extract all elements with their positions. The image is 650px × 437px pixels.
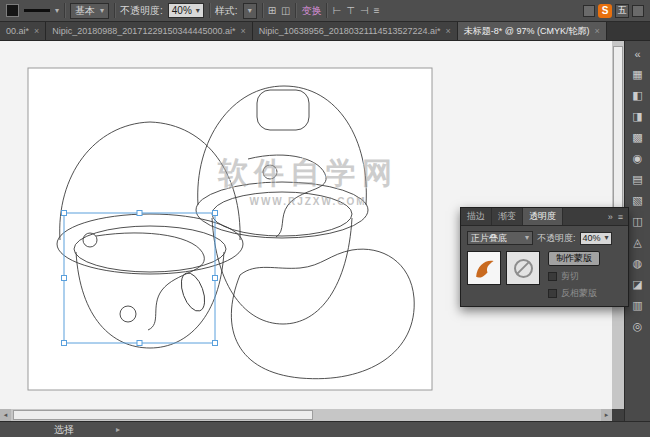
style-label: 样式: (215, 4, 238, 18)
stroke-weight-chevron-icon[interactable]: ▾ (55, 7, 59, 15)
layers-panel-icon[interactable]: ◪ (626, 274, 650, 295)
align-center-icon[interactable]: ⊤ (346, 5, 355, 16)
panel-opacity-value: 40% (583, 233, 601, 243)
close-tab-icon[interactable]: × (240, 26, 245, 36)
gradient-panel-icon[interactable]: ◨ (626, 106, 650, 127)
invert-mask-checkbox[interactable] (548, 289, 557, 298)
divider (209, 3, 210, 18)
invert-mask-checkbox-row[interactable]: 反相蒙版 (548, 287, 600, 300)
document-tab[interactable]: Nipic_20180988_20171229150344445000.ai* … (46, 22, 252, 40)
chevron-down-icon: ▾ (100, 7, 104, 15)
appearance-panel-icon[interactable]: ◉ (626, 148, 650, 169)
style-dropdown[interactable]: ▾ (243, 3, 257, 19)
no-mask-icon (514, 259, 533, 278)
chevron-down-icon: ▾ (196, 7, 200, 15)
close-tab-icon[interactable]: × (595, 26, 600, 36)
tab-label: Nipic_10638956_20180321114513527224.ai* (259, 26, 441, 36)
blend-mode-value: 正片叠底 (471, 232, 507, 245)
blend-mode-dropdown[interactable]: 正片叠底 ▾ (467, 231, 533, 245)
tab-stroke[interactable]: 描边 (461, 208, 492, 225)
invert-mask-label: 反相蒙版 (561, 287, 597, 300)
horizontal-scrollbar-thumb[interactable] (13, 410, 313, 420)
divider (262, 3, 263, 18)
divider (295, 3, 296, 18)
artboards-panel-icon[interactable]: ▤ (626, 169, 650, 190)
tab-label: 00.ai* (6, 26, 29, 36)
close-tab-icon[interactable]: × (446, 26, 451, 36)
brushes-panel-icon[interactable]: ◬ (626, 232, 650, 253)
scroll-left-icon[interactable]: ◂ (0, 409, 11, 421)
align-right-icon[interactable]: ⊣ (360, 5, 369, 16)
transparency-panel-body: 正片叠底 ▾ 不透明度: 40% ▾ (461, 226, 628, 306)
tab-gradient[interactable]: 渐变 (492, 208, 523, 225)
panel-menu-icon[interactable]: ≡ (618, 212, 623, 222)
make-mask-button[interactable]: 制作蒙版 (548, 251, 600, 266)
ime-toolbar-icon[interactable] (583, 5, 595, 17)
scroll-right-icon[interactable]: ▸ (601, 409, 612, 421)
mask-thumbnail[interactable] (506, 251, 540, 285)
graphic-styles-panel-icon[interactable]: ▧ (626, 190, 650, 211)
document-tab-active[interactable]: 未标题-8* @ 97% (CMYK/轮廓) × (458, 22, 607, 40)
illustrator-window: ▾ 基本 ▾ 不透明度: 40% ▾ 样式: ▾ ⊞ ◫ 变换 ⊢ ⊤ ⊣ ≡ … (0, 0, 650, 437)
close-tab-icon[interactable]: × (34, 26, 39, 36)
panel-tab-icons: » ≡ (603, 208, 628, 225)
panel-opacity-field[interactable]: 40% ▾ (580, 232, 612, 245)
links-panel-icon[interactable]: ▥ (626, 295, 650, 316)
document-tab[interactable]: Nipic_10638956_20180321114513527224.ai* … (253, 22, 458, 40)
recolor-artwork-icon[interactable]: ⊞ (268, 5, 276, 16)
current-tool-label: 选择 (54, 423, 74, 437)
symbols-panel-icon[interactable]: ◍ (626, 253, 650, 274)
object-thumbnail-art (470, 254, 498, 282)
stroke-color-swatch[interactable] (6, 4, 19, 17)
document-setup-icon[interactable]: ◫ (281, 5, 290, 16)
opacity-label: 不透明度: (120, 4, 163, 18)
clip-label: 剪切 (561, 270, 579, 283)
expand-panels-icon[interactable]: « (626, 43, 650, 64)
chevron-down-icon: ▾ (525, 234, 529, 242)
navigator-panel-icon[interactable]: ◎ (626, 316, 650, 337)
stroke-weight-preview[interactable] (24, 9, 50, 12)
opacity-field[interactable]: 40% ▾ (168, 3, 204, 18)
menu-icon[interactable]: ≡ (374, 5, 380, 16)
panel-opacity-label: 不透明度: (537, 232, 576, 245)
transparency-panel-icon[interactable]: ▩ (626, 127, 650, 148)
color-guide-panel-icon[interactable]: ◧ (626, 85, 650, 106)
transform-link[interactable]: 变换 (301, 4, 321, 18)
status-options-chevron-icon[interactable]: ▸ (116, 425, 120, 434)
workspace: 软件自学网 WWW.RJZXW.COM ◂ ▸ « ▦ ◧ ◨ ▩ ◉ ▤ ▧ … (0, 41, 650, 437)
divider (114, 3, 115, 18)
ime-indicator: S 五 (583, 4, 644, 18)
ime-settings-icon[interactable] (632, 5, 644, 17)
document-tab[interactable]: 00.ai* × (0, 22, 46, 40)
brush-definition-dropdown[interactable]: 基本 ▾ (70, 3, 109, 19)
clip-checkbox-row[interactable]: 剪切 (548, 270, 600, 283)
divider (64, 3, 65, 18)
object-thumbnail[interactable] (467, 251, 501, 285)
tab-label: Nipic_20180988_20171229150344445000.ai* (52, 26, 235, 36)
swatches-panel-icon[interactable]: ◫ (626, 211, 650, 232)
chevron-down-icon: ▾ (605, 234, 609, 242)
horizontal-scrollbar[interactable]: ◂ ▸ (0, 409, 612, 421)
control-bar: ▾ 基本 ▾ 不透明度: 40% ▾ 样式: ▾ ⊞ ◫ 变换 ⊢ ⊤ ⊣ ≡ … (0, 0, 650, 22)
divider (326, 3, 327, 18)
sogou-ime-icon[interactable]: S (598, 4, 612, 18)
document-tab-bar: 00.ai* × Nipic_20180988_2017122915034444… (0, 22, 650, 41)
brush-definition-label: 基本 (75, 4, 95, 18)
status-bar: 选择 ▸ (0, 421, 650, 437)
align-left-icon[interactable]: ⊢ (332, 5, 341, 16)
tab-transparency[interactable]: 透明度 (523, 208, 563, 225)
transparency-panel: 描边 渐变 透明度 » ≡ 正片叠底 ▾ 不透明度: 40% ▾ (460, 207, 629, 307)
panel-tab-bar: 描边 渐变 透明度 » ≡ (461, 208, 628, 226)
chevron-down-icon: ▾ (248, 7, 252, 15)
tab-label: 未标题-8* @ 97% (CMYK/轮廓) (464, 25, 590, 38)
panel-collapse-icon[interactable]: » (608, 212, 613, 222)
clip-checkbox[interactable] (548, 272, 557, 281)
color-panel-icon[interactable]: ▦ (626, 64, 650, 85)
opacity-value: 40% (172, 5, 192, 16)
wubi-mode-badge[interactable]: 五 (615, 4, 629, 18)
